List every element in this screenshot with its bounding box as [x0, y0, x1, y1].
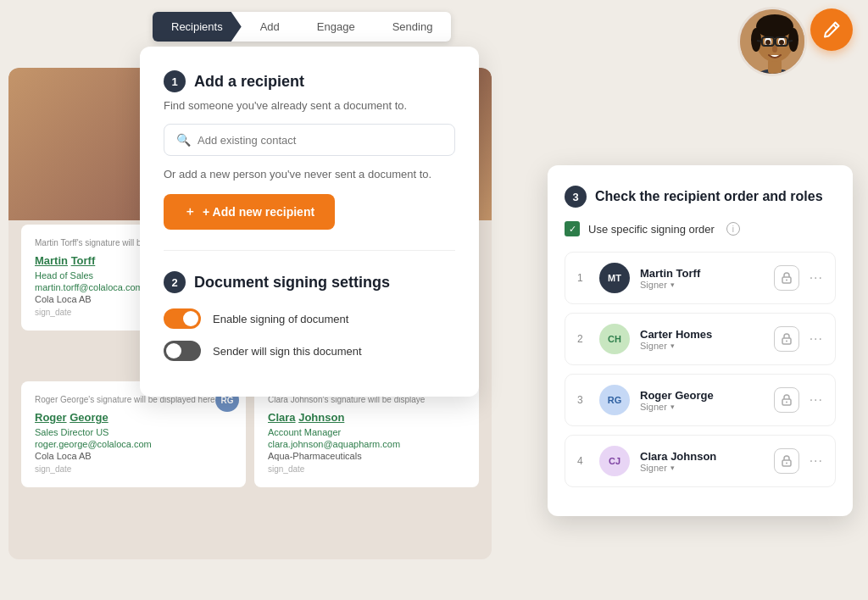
toggle-knob-2 [166, 343, 181, 358]
step-num-3: 3 [577, 394, 589, 406]
toggle-label-2: Sender will sign this document [213, 345, 362, 358]
dots-menu-roger[interactable]: ··· [810, 392, 823, 408]
add-new-recipient-button[interactable]: ＋ + Add new recipient [164, 194, 335, 230]
chevron-down-icon: ▾ [670, 281, 675, 289]
wizard-step-sending[interactable]: Sending [374, 12, 452, 42]
main-container: Martin Torff's signature will be display… [0, 0, 868, 600]
doc-card-roger: RG Roger George's signature will be disp… [21, 381, 246, 487]
toggle-sender-sign[interactable] [164, 341, 201, 361]
section1-title-text: Add a recipient [194, 73, 304, 91]
svg-point-3 [786, 341, 787, 342]
step-num-1: 1 [577, 272, 589, 284]
search-icon: 🔍 [176, 133, 191, 147]
svg-point-12 [756, 14, 793, 38]
avatar-martin: MT [599, 263, 630, 293]
person-name-clara: Clara Johnson [268, 411, 465, 424]
lock-icon-carter[interactable] [774, 326, 799, 352]
dots-menu-martin[interactable]: ··· [810, 270, 823, 286]
svg-point-5 [786, 402, 787, 403]
avatar-roger: RG [599, 385, 630, 415]
recipient-row-carter: 2 CH Carter Homes Signer ▾ ··· [565, 313, 836, 365]
info-icon[interactable]: i [726, 222, 740, 236]
recipient-info-roger: Roger George Signer ▾ [640, 389, 764, 412]
person-company-roger: Cola Loca AB [35, 451, 232, 461]
section1-subtitle: Find someone you've already sent a docum… [164, 99, 455, 112]
recipient-role-carter[interactable]: Signer ▾ [640, 341, 764, 351]
signing-order-checkbox[interactable]: ✓ [565, 221, 580, 236]
wizard-bar: Recipients Add Engage Sending [153, 12, 451, 42]
svg-line-25 [833, 25, 837, 28]
svg-line-22 [757, 41, 762, 42]
avatar-clara: CJ [599, 446, 630, 476]
recipient-name-roger: Roger George [640, 389, 764, 402]
search-wrapper[interactable]: 🔍 [164, 124, 455, 156]
person-email-clara: clara.johnson@aquapharm.com [268, 439, 465, 449]
chevron-down-icon-2: ▾ [670, 342, 675, 350]
section2-number: 2 [164, 271, 186, 293]
svg-point-24 [772, 46, 777, 53]
order-panel: 3 Check the recipient order and roles ✓ … [548, 165, 853, 516]
section2-title-text: Document signing settings [194, 274, 390, 292]
section1-number: 1 [164, 70, 186, 92]
sign-date-clara: sign_date [268, 464, 465, 474]
recipient-info-carter: Carter Homes Signer ▾ [640, 328, 764, 351]
avatar-carter: CH [599, 324, 630, 354]
recipient-name-carter: Carter Homes [640, 328, 764, 341]
user-avatar [737, 7, 807, 76]
wizard-step-recipients[interactable]: Recipients [153, 12, 242, 42]
person-email-roger: roger.george@colaloca.com [35, 439, 232, 449]
order-title-text: Check the recipient order and roles [595, 189, 823, 204]
recipient-row-roger: 3 RG Roger George Signer ▾ ··· [565, 374, 836, 426]
recipient-role-roger[interactable]: Signer ▾ [640, 402, 764, 412]
signing-order-label: Use specific signing order [588, 223, 715, 236]
recipient-name-martin: Martin Torff [640, 267, 764, 280]
add-plus-icon: ＋ [184, 204, 196, 219]
order-number: 3 [565, 186, 587, 208]
section1-title: 1 Add a recipient [164, 70, 455, 92]
wizard-step-add[interactable]: Add [242, 12, 298, 42]
wizard-step-engage[interactable]: Engage [298, 12, 374, 42]
recipient-row-martin: 1 MT Martin Torff Signer ▾ ··· [565, 252, 836, 304]
or-text: Or add a new person you've never sent a … [164, 168, 455, 181]
recipient-role-clara[interactable]: Signer ▾ [640, 463, 764, 473]
svg-point-1 [786, 280, 787, 281]
doc-card-clara: Clara Johnson's signature will be displa… [254, 381, 479, 487]
recipient-row-clara: 4 CJ Clara Johnson Signer ▾ ··· [565, 435, 836, 487]
svg-point-13 [751, 28, 761, 52]
recipient-info-clara: Clara Johnson Signer ▾ [640, 450, 764, 473]
user-face-svg [740, 9, 807, 76]
sign-date-roger: sign_date [35, 464, 232, 474]
dots-menu-carter[interactable]: ··· [810, 331, 823, 347]
recipient-role-martin[interactable]: Signer ▾ [640, 280, 764, 290]
toggle-knob-1 [183, 311, 198, 326]
chevron-down-icon-3: ▾ [670, 403, 675, 411]
person-title-roger: Sales Director US [35, 427, 232, 437]
order-title: 3 Check the recipient order and roles [565, 186, 836, 208]
step-num-4: 4 [577, 455, 589, 467]
recipient-info-martin: Martin Torff Signer ▾ [640, 267, 764, 290]
svg-point-18 [779, 40, 784, 45]
edit-fab-button[interactable] [810, 8, 853, 51]
toggle-enable-signing[interactable] [164, 308, 201, 329]
svg-point-14 [788, 28, 798, 52]
add-new-label: + Add new recipient [203, 205, 314, 219]
step-num-2: 2 [577, 333, 589, 345]
search-input[interactable] [198, 134, 442, 147]
toggle-row-2: Sender will sign this document [164, 341, 455, 361]
lock-icon-roger[interactable] [774, 387, 799, 413]
signing-order-row: ✓ Use specific signing order i [565, 221, 836, 236]
person-company-clara: Aqua-Pharmaceuticals [268, 451, 465, 461]
dots-menu-clara[interactable]: ··· [810, 453, 823, 469]
lock-icon-martin[interactable] [774, 265, 799, 291]
pencil-icon [822, 20, 841, 39]
svg-point-7 [786, 463, 787, 464]
svg-line-23 [787, 41, 793, 42]
lock-icon-clara[interactable] [774, 448, 799, 474]
toggle-row-1: Enable signing of document [164, 308, 455, 329]
person-name-roger: Roger George [35, 411, 232, 424]
chevron-down-icon-4: ▾ [670, 464, 675, 472]
section-divider [164, 250, 455, 251]
recipient-name-clara: Clara Johnson [640, 450, 764, 463]
person-title-clara: Account Manager [268, 427, 465, 437]
svg-point-17 [765, 40, 771, 45]
